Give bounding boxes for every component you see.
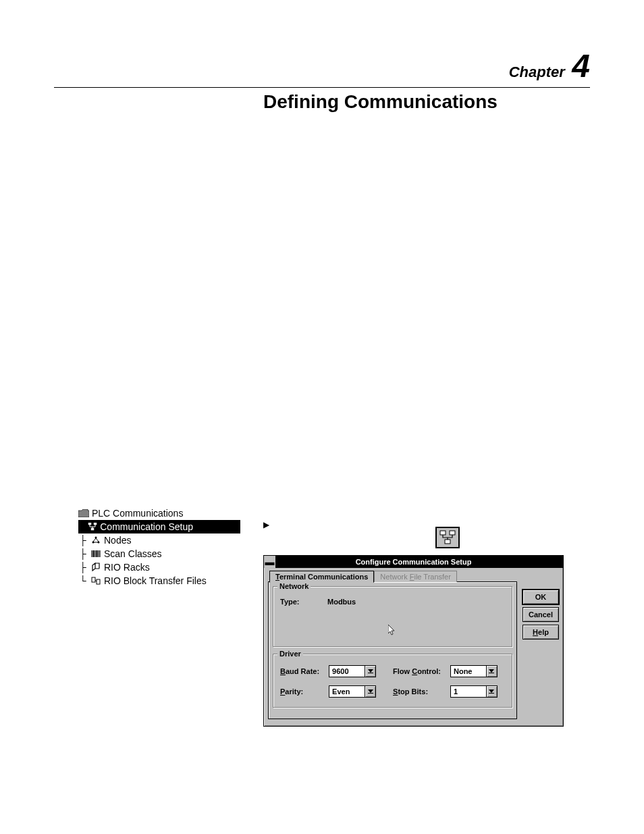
tree-item-communication-setup[interactable]: Communication Setup — [78, 520, 240, 533]
svg-rect-14 — [489, 693, 494, 694]
tab-strip: Terminal Communications Network File Tra… — [269, 571, 517, 582]
cancel-button[interactable]: Cancel — [522, 607, 559, 622]
parity-label: Parity: — [280, 687, 319, 696]
tree-branch-icon — [78, 561, 88, 574]
tree-branch-icon — [78, 520, 85, 533]
page-header: Chapter 4 — [54, 47, 590, 88]
help-button[interactable]: Help — [522, 625, 559, 640]
parity-value: Even — [329, 685, 365, 698]
communication-setup-toolbar-button[interactable] — [435, 527, 460, 548]
driver-group-label: Driver — [277, 650, 303, 658]
tree-branch-icon — [78, 533, 88, 547]
ok-button[interactable]: OK — [522, 590, 559, 604]
dropdown-icon[interactable] — [365, 665, 376, 677]
chapter-number: 4 — [572, 48, 590, 84]
network-icon — [439, 530, 456, 545]
tree-item-label: Communication Setup — [100, 520, 193, 533]
dropdown-icon[interactable] — [487, 665, 498, 677]
svg-rect-9 — [450, 531, 455, 535]
dialog-titlebar: ▬ Configure Communication Setup — [264, 556, 563, 568]
flow-control-combo[interactable]: None — [450, 665, 505, 677]
tree-branch-icon — [78, 574, 88, 588]
network-type-value: Modbus — [327, 598, 356, 606]
nodes-icon — [90, 536, 101, 545]
button-column: OK Cancel Help — [522, 571, 559, 719]
tab-terminal-communications[interactable]: Terminal Communications — [269, 571, 374, 583]
svg-rect-7 — [97, 579, 100, 584]
tree-view: PLC Communications Communication Setup N… — [78, 506, 240, 588]
tree-item-scan-classes[interactable]: Scan Classes — [78, 547, 240, 561]
configure-communication-dialog: ▬ Configure Communication Setup Terminal… — [263, 555, 564, 727]
driver-group: Driver Baud Rate: 9600 Flow Control: Non… — [273, 654, 512, 708]
baud-rate-combo[interactable]: 9600 — [329, 665, 383, 677]
svg-rect-10 — [445, 540, 450, 544]
tree-root-label: PLC Communications — [92, 506, 183, 520]
tree-item-label: RIO Racks — [104, 561, 150, 574]
svg-rect-0 — [88, 523, 91, 525]
folder-icon — [78, 509, 89, 518]
tree-item-rio-block-transfer[interactable]: RIO Block Transfer Files — [78, 574, 240, 588]
dropdown-icon[interactable] — [487, 685, 498, 698]
tree-root[interactable]: PLC Communications — [78, 506, 240, 520]
system-menu-icon[interactable]: ▬ — [264, 556, 276, 568]
tree-item-label: Nodes — [104, 533, 131, 547]
tab-label-active: erminal Communications — [279, 573, 368, 581]
svg-rect-6 — [92, 577, 95, 582]
svg-rect-13 — [368, 693, 373, 694]
network-type-label: Type: — [280, 598, 321, 606]
transfer-icon — [90, 576, 101, 585]
svg-rect-11 — [368, 673, 373, 673]
network-group: Network Type: Modbus — [273, 586, 512, 647]
barcode-icon — [90, 549, 101, 558]
tab-network-file-transfer[interactable]: Network File Transfer — [374, 571, 457, 582]
tree-item-label: RIO Block Transfer Files — [104, 574, 207, 588]
cursor-icon — [388, 625, 398, 640]
tree-item-rio-racks[interactable]: RIO Racks — [78, 561, 240, 574]
tree-branch-icon — [78, 547, 88, 561]
svg-rect-12 — [489, 673, 494, 673]
tree-item-nodes[interactable]: Nodes — [78, 533, 240, 547]
baud-rate-label: Baud Rate: — [280, 667, 319, 675]
tab-panel: Network Type: Modbus Driver Baud Rate: 9 — [268, 581, 517, 719]
stop-bits-label: Stop Bits: — [393, 687, 441, 696]
svg-rect-8 — [440, 531, 446, 535]
pointer-arrow-icon: ▶ — [263, 520, 269, 529]
baud-rate-value: 9600 — [329, 665, 365, 677]
parity-combo[interactable]: Even — [329, 685, 383, 698]
dialog-title: Configure Communication Setup — [276, 558, 563, 566]
network-icon — [88, 522, 97, 531]
dropdown-icon[interactable] — [365, 685, 376, 698]
svg-rect-1 — [94, 523, 97, 525]
svg-rect-2 — [91, 528, 94, 530]
tab-label-inactive: Network File Transfer — [380, 573, 451, 581]
chapter-label: Chapter — [509, 63, 565, 80]
stop-bits-value: 1 — [450, 685, 487, 698]
rack-icon — [90, 563, 101, 572]
page-title: Defining Communications — [263, 91, 498, 113]
flow-control-value: None — [450, 665, 487, 677]
network-group-label: Network — [277, 582, 311, 590]
flow-control-label: Flow Control: — [393, 667, 441, 675]
tree-item-label: Scan Classes — [104, 547, 162, 561]
stop-bits-combo[interactable]: 1 — [450, 685, 505, 698]
